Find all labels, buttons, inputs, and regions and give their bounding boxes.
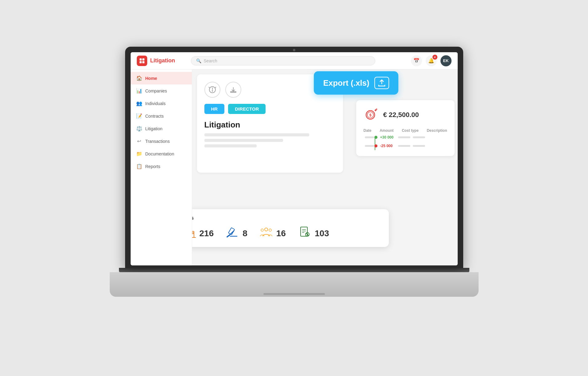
documentation-icon: 📁: [136, 151, 142, 157]
sidebar-item-companies[interactable]: 📊 Companies: [131, 84, 192, 97]
financial-top: $ ✦ ✦ € 22,500.00: [364, 106, 447, 123]
placeholder-line-2: [204, 139, 283, 142]
kpi-title: KPIs: [192, 215, 380, 221]
transaction-amount-2: -25 000: [380, 144, 396, 148]
alert-icon-circle: [204, 82, 220, 98]
camera: [293, 49, 295, 51]
app-screen: Litigation 🔍 Search 📅 🔔 4 EK: [131, 52, 458, 265]
notification-button[interactable]: 🔔 4: [426, 55, 437, 66]
sidebar-label-transactions: Transactions: [145, 139, 170, 144]
sidebar-item-documentation[interactable]: 📁 Documentation: [131, 147, 192, 160]
svg-text:$: $: [369, 113, 371, 117]
sidebar-item-reports[interactable]: 📋 Reports: [131, 160, 192, 173]
financial-card: $ ✦ ✦ € 22,500.00 Date Amount: [356, 100, 455, 156]
laptop-hinge: [119, 268, 469, 272]
svg-rect-8: [231, 92, 236, 92]
sidebar-label-contracts: Contracts: [145, 114, 164, 119]
kpi-item-document: 103: [298, 226, 329, 241]
search-placeholder: Search: [204, 58, 217, 63]
kpi-value-document: 103: [315, 229, 329, 238]
kpi-value-buildings: 216: [199, 229, 214, 238]
transaction-row-2: -25 000: [376, 144, 447, 148]
tags-row: HR DIRECTOR: [204, 104, 336, 114]
svg-rect-3: [142, 61, 144, 63]
contracts-icon: 📝: [136, 113, 142, 119]
sidebar-label-litigation: Litigation: [145, 126, 163, 131]
kpi-value-gavel: 8: [243, 229, 247, 238]
svg-point-28: [269, 229, 271, 231]
sidebar-item-transactions[interactable]: ↩ Transactions: [131, 135, 192, 147]
kpi-item-buildings: 216: [192, 226, 214, 241]
svg-point-7: [212, 91, 213, 91]
svg-rect-19: [192, 233, 193, 234]
dot-positive: [374, 136, 377, 139]
placeholder-lines: [204, 133, 336, 147]
dot-negative: [374, 144, 377, 147]
home-icon: 🏠: [136, 75, 142, 81]
svg-rect-29: [301, 227, 307, 236]
document-icon: [298, 226, 311, 241]
col-amount: Amount: [380, 128, 393, 133]
sidebar-item-individuals[interactable]: 👥 Individuals: [131, 97, 192, 110]
sidebar: 🏠 Home 📊 Companies 👥 Individuals 📝 Contr…: [131, 69, 192, 265]
table-header: Date Amount Cost type Description: [364, 128, 447, 133]
sidebar-item-contracts[interactable]: 📝 Contracts: [131, 110, 192, 122]
search-icon: 🔍: [196, 58, 201, 63]
sidebar-item-litigation[interactable]: ⚖️ Litigation: [131, 122, 192, 135]
avatar-initials: EK: [443, 58, 448, 63]
notification-badge: 4: [432, 55, 437, 60]
kpi-card: KPIs: [192, 209, 389, 247]
sidebar-label-companies: Companies: [145, 88, 167, 93]
topbar: Litigation 🔍 Search 📅 🔔 4 EK: [131, 52, 458, 69]
logo-area: Litigation: [137, 56, 186, 66]
page-title: Litigation: [204, 120, 336, 130]
transaction-amount-1: +30 000: [380, 135, 396, 139]
col-date: Date: [364, 128, 372, 133]
content-area: Export (.xls): [192, 69, 458, 265]
financial-amount: € 22,500.00: [383, 111, 419, 119]
export-label: Export (.xls): [323, 78, 369, 88]
date-placeholder-2: [365, 145, 374, 147]
svg-line-24: [227, 235, 230, 237]
svg-text:✦: ✦: [375, 108, 378, 111]
logo-icon: [137, 56, 147, 66]
litigation-icon: ⚖️: [136, 126, 142, 131]
topbar-actions: 📅 🔔 4 EK: [411, 55, 452, 66]
sidebar-label-reports: Reports: [145, 164, 160, 169]
kpi-item-people: 16: [260, 226, 286, 241]
coin-icon: $ ✦ ✦: [364, 106, 378, 123]
transactions-table: Date Amount Cost type Description: [364, 128, 447, 148]
kpi-item-gavel: 8: [226, 226, 247, 241]
cost-placeholder-2: [398, 145, 410, 147]
tag-director[interactable]: DIRECTOR: [228, 104, 266, 114]
svg-rect-0: [140, 58, 142, 61]
sidebar-label-individuals: Individuals: [145, 101, 166, 106]
desc-placeholder-2: [413, 145, 425, 147]
laptop-base: [110, 272, 479, 297]
avatar-button[interactable]: EK: [440, 55, 452, 66]
calendar-icon: 📅: [413, 58, 420, 64]
kpi-value-people: 16: [276, 229, 286, 238]
search-bar[interactable]: 🔍 Search: [191, 56, 375, 65]
companies-icon: 📊: [136, 88, 142, 94]
svg-point-26: [265, 228, 268, 231]
svg-point-27: [261, 229, 263, 231]
individuals-icon: 👥: [136, 100, 142, 106]
cost-placeholder-1: [398, 136, 410, 138]
sidebar-item-home[interactable]: 🏠 Home: [131, 72, 192, 84]
kpi-items: 216: [192, 226, 380, 241]
screen-bezel: Litigation 🔍 Search 📅 🔔 4 EK: [125, 47, 463, 268]
tag-hr[interactable]: HR: [204, 104, 225, 114]
date-placeholder-1: [365, 136, 374, 138]
sidebar-label-documentation: Documentation: [145, 151, 174, 156]
calendar-button[interactable]: 📅: [411, 55, 422, 66]
col-description: Description: [427, 128, 447, 133]
transactions-icon: ↩: [136, 138, 142, 144]
main-layout: 🏠 Home 📊 Companies 👥 Individuals 📝 Contr…: [131, 69, 458, 265]
download-icon-circle: [225, 82, 241, 98]
export-button[interactable]: Export (.xls): [314, 71, 398, 95]
placeholder-line-1: [204, 133, 310, 136]
col-costtype: Cost type: [402, 128, 419, 133]
svg-rect-1: [142, 58, 144, 61]
svg-rect-15: [192, 231, 194, 237]
